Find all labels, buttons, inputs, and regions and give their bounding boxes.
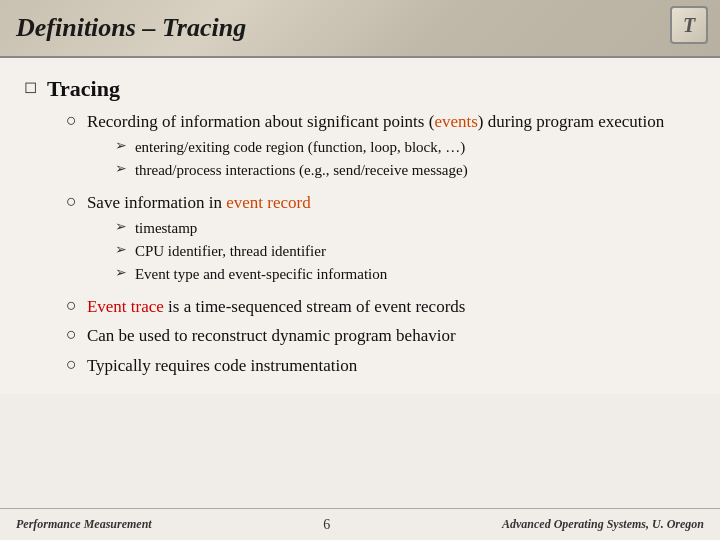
level3-text-timestamp: timestamp [135, 218, 198, 239]
sub-sub-save: ➢ timestamp ➢ CPU identifier, thread ide… [115, 218, 387, 285]
footer-page-number: 6 [323, 517, 330, 533]
bullet2-icon-2: ○ [66, 191, 77, 212]
footer-left-text: Performance Measurement [16, 517, 152, 532]
level2-text-save: Save information in event record [87, 193, 311, 212]
bullet3-icon-2: ➢ [115, 160, 127, 177]
level1-item: ◻ Tracing [24, 76, 696, 102]
bullet3-icon-3: ➢ [115, 218, 127, 235]
bullet3-icon-1: ➢ [115, 137, 127, 154]
slide-title: Definitions – Tracing [16, 13, 246, 43]
bullet3-icon-4: ➢ [115, 241, 127, 258]
level3-text-thread: thread/process interactions (e.g., send/… [135, 160, 468, 181]
level3-item-entering: ➢ entering/exiting code region (function… [115, 137, 664, 158]
sub-sub-recording: ➢ entering/exiting code region (function… [115, 137, 664, 181]
slide-header: Definitions – Tracing T [0, 0, 720, 58]
sub-items-container: ○ Recording of information about signifi… [66, 110, 696, 378]
level2-item-eventtrace: ○ Event trace is a time-sequenced stream… [66, 295, 696, 319]
slide-content: ◻ Tracing ○ Recording of information abo… [0, 58, 720, 394]
highlight-event-trace: Event trace [87, 297, 164, 316]
level3-item-cpu: ➢ CPU identifier, thread identifier [115, 241, 387, 262]
highlight-events: events [434, 112, 477, 131]
level3-item-eventtype: ➢ Event type and event-specific informat… [115, 264, 387, 285]
level3-item-timestamp: ➢ timestamp [115, 218, 387, 239]
bullet2-icon-4: ○ [66, 324, 77, 345]
level2-item-instrumentation: ○ Typically requires code instrumentatio… [66, 354, 696, 378]
slide-footer: Performance Measurement 6 Advanced Opera… [0, 508, 720, 540]
bullet1-icon: ◻ [24, 77, 37, 96]
level3-text-eventtype: Event type and event-specific informatio… [135, 264, 387, 285]
level2-text-instrumentation: Typically requires code instrumentation [87, 354, 357, 378]
highlight-event-record: event record [226, 193, 310, 212]
level3-item-thread: ➢ thread/process interactions (e.g., sen… [115, 160, 664, 181]
level3-text-cpu: CPU identifier, thread identifier [135, 241, 326, 262]
level2-text-reconstruct: Can be used to reconstruct dynamic progr… [87, 324, 456, 348]
bullet2-icon-1: ○ [66, 110, 77, 131]
level2-item-reconstruct: ○ Can be used to reconstruct dynamic pro… [66, 324, 696, 348]
bullet2-icon-3: ○ [66, 295, 77, 316]
level2-text-recording: Recording of information about significa… [87, 112, 664, 131]
bullet2-icon-5: ○ [66, 354, 77, 375]
bullet3-icon-5: ➢ [115, 264, 127, 281]
level2-item-save: ○ Save information in event record ➢ tim… [66, 191, 696, 289]
footer-right-text: Advanced Operating Systems, U. Oregon [502, 517, 704, 532]
level2-item-recording: ○ Recording of information about signifi… [66, 110, 696, 185]
level1-label: Tracing [47, 76, 120, 102]
logo-icon: T [670, 6, 708, 44]
level3-text-entering: entering/exiting code region (function, … [135, 137, 465, 158]
level2-text-eventtrace: Event trace is a time-sequenced stream o… [87, 295, 466, 319]
